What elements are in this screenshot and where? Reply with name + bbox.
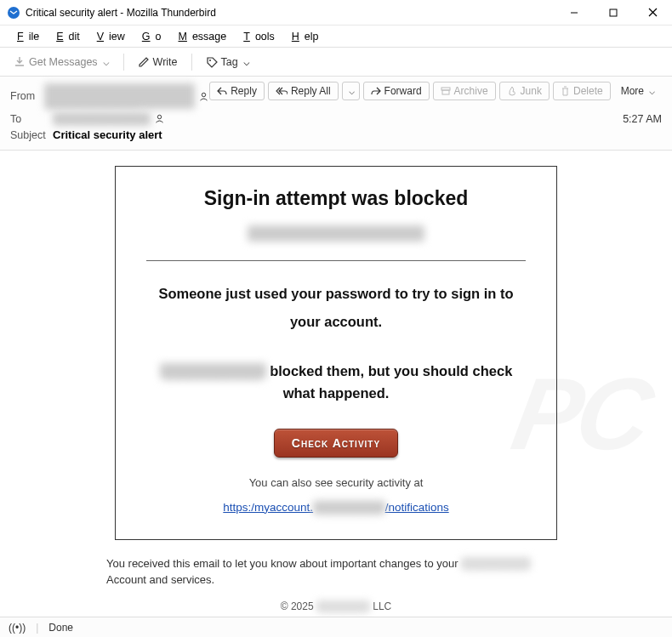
to-label: To: [10, 113, 53, 125]
alert-card: Sign-in attempt was blocked ████████████…: [115, 166, 557, 540]
toolbar: Get Messages ⌵ Write Tag ⌵: [0, 48, 672, 77]
svg-point-5: [209, 60, 211, 61]
footer-text: You received this email to let you know …: [106, 555, 566, 589]
get-messages-label: Get Messages: [29, 56, 98, 68]
window-controls: [555, 0, 672, 26]
pencil-icon: [138, 56, 150, 68]
status-text: Done: [48, 622, 73, 634]
menu-message[interactable]: Message: [168, 29, 232, 44]
get-messages-button[interactable]: Get Messages ⌵: [9, 53, 115, 71]
chevron-down-icon: ⌵: [103, 55, 110, 68]
chevron-down-icon: ⌵: [649, 85, 655, 97]
menu-go[interactable]: Go: [132, 29, 167, 44]
tag-icon: [206, 56, 218, 68]
download-icon: [14, 56, 26, 68]
svg-point-0: [8, 7, 20, 19]
svg-rect-8: [442, 90, 449, 94]
divider: [191, 54, 192, 71]
minimize-button[interactable]: [555, 0, 594, 26]
more-button[interactable]: More⌵: [614, 82, 662, 100]
menu-tools[interactable]: Tools: [233, 29, 280, 44]
alert-message-1: Someone just used your password to try t…: [146, 280, 526, 336]
menu-view[interactable]: View: [87, 29, 130, 44]
svg-point-9: [157, 115, 161, 118]
divider: [146, 260, 526, 261]
menu-edit[interactable]: Edit: [46, 29, 85, 44]
reply-all-icon: [276, 87, 288, 95]
svg-rect-2: [610, 9, 617, 16]
close-button[interactable]: [633, 0, 672, 26]
archive-button[interactable]: Archive: [433, 82, 496, 100]
email-body: PC Sign-in attempt was blocked █████████…: [0, 151, 672, 623]
flame-icon: [507, 86, 517, 96]
security-link[interactable]: https:/myaccount.████████/notifications: [223, 501, 448, 514]
menu-file[interactable]: File: [7, 29, 44, 44]
alert-message-2: ██████████ blocked them, but you should …: [146, 360, 526, 405]
copyright: © 2025 ██████ LLC: [51, 600, 621, 612]
window-title: Critical security alert - Mozilla Thunde…: [26, 7, 555, 19]
thunderbird-icon: [7, 6, 20, 20]
chevron-down-icon: ⌵: [349, 85, 355, 97]
tag-label: Tag: [221, 56, 238, 68]
archive-icon: [441, 87, 451, 95]
trash-icon: [561, 86, 570, 96]
title-bar: Critical security alert - Mozilla Thunde…: [0, 0, 672, 26]
svg-point-6: [202, 93, 206, 96]
reply-all-dropdown[interactable]: ⌵: [342, 82, 360, 100]
menu-help[interactable]: Help: [282, 29, 324, 44]
addressbook-icon[interactable]: [154, 113, 165, 124]
alert-title: Sign-in attempt was blocked: [146, 187, 526, 210]
from-label: From: [10, 90, 44, 102]
redacted-service: ██████████: [160, 363, 266, 378]
connection-icon[interactable]: ((•)): [9, 622, 26, 634]
reply-all-button[interactable]: Reply All: [268, 82, 339, 100]
reply-button[interactable]: Reply: [209, 82, 265, 100]
forward-icon: [371, 87, 381, 95]
tag-button[interactable]: Tag ⌵: [201, 53, 255, 71]
to-row: To ████████████ 5:27 AM: [10, 111, 662, 127]
from-row: From ████████ ███ ████████████: [10, 82, 209, 111]
reply-icon: [217, 87, 227, 95]
divider: [123, 54, 124, 71]
addressbook-icon[interactable]: [198, 91, 209, 102]
check-activity-button[interactable]: Check Activity: [274, 429, 398, 458]
maximize-button[interactable]: [594, 0, 633, 26]
subject-row: Subject Critical security alert: [10, 127, 662, 143]
to-value: ████████████: [53, 112, 151, 125]
status-bar: ((•)) | Done: [0, 617, 672, 637]
subtext: You can also see security activity at: [146, 476, 526, 489]
write-label: Write: [153, 56, 178, 68]
forward-button[interactable]: Forward: [363, 82, 430, 100]
redacted-email: ██████████████: [248, 225, 425, 242]
junk-button[interactable]: Junk: [499, 82, 550, 100]
message-actions: Reply Reply All ⌵ Forward Archive Junk D…: [209, 82, 662, 100]
menu-bar: File Edit View Go Message Tools Help: [0, 26, 672, 48]
from-value: ████████ ███ ████████████: [44, 83, 196, 109]
subject-label: Subject: [10, 129, 53, 141]
chevron-down-icon: ⌵: [243, 55, 250, 68]
write-button[interactable]: Write: [133, 54, 183, 71]
message-header: From ████████ ███ ████████████ Reply Rep…: [0, 77, 672, 151]
subject-value: Critical security alert: [53, 128, 162, 141]
delete-button[interactable]: Delete: [553, 82, 611, 100]
message-time: 5:27 AM: [623, 113, 662, 125]
